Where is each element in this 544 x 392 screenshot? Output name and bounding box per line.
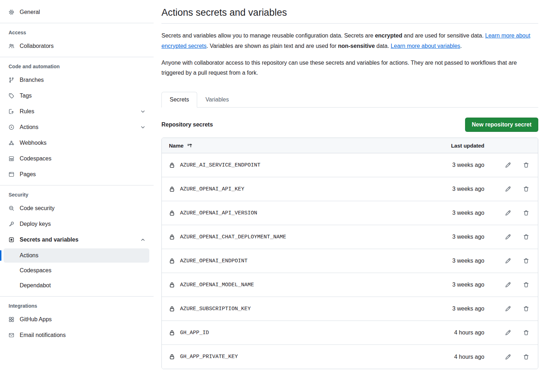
- lock-icon: [169, 330, 175, 336]
- secret-name-cell: AZURE_OPENAI_CHAT_DEPLOYMENT_NAME: [169, 234, 427, 240]
- row-actions: [484, 162, 531, 168]
- secrets-variables-tabnav: Secrets Variables: [161, 92, 538, 108]
- lock-icon: [169, 258, 175, 264]
- secret-updated: 3 weeks ago: [427, 186, 484, 192]
- sidebar-subitem-actions[interactable]: Actions: [4, 248, 149, 263]
- sidebar-subitem-dependabot[interactable]: Dependabot: [4, 278, 149, 293]
- secret-name-cell: AZURE_OPENAI_ENDPOINT: [169, 258, 427, 264]
- name-header-label: Name: [169, 143, 184, 149]
- chevron-up-icon: [140, 237, 146, 243]
- edit-secret-button[interactable]: [505, 186, 511, 192]
- chevron-down-icon: [140, 109, 146, 114]
- table-row: AZURE_SUBSCRIPTION_KEY 3 weeks ago: [162, 297, 538, 321]
- sidebar-item-collaborators[interactable]: Collaborators: [6, 39, 149, 53]
- play-icon: [9, 124, 14, 130]
- sidebar-item-deploy-keys[interactable]: Deploy keys: [6, 217, 149, 231]
- secret-updated: 3 weeks ago: [427, 210, 484, 216]
- edit-secret-button[interactable]: [505, 329, 511, 336]
- edit-secret-button[interactable]: [505, 306, 511, 312]
- lock-icon: [169, 282, 175, 288]
- lock-icon: [169, 162, 175, 168]
- row-actions: [484, 329, 531, 336]
- main-content: Actions secrets and variables Secrets an…: [161, 0, 538, 369]
- secret-updated: 4 hours ago: [427, 329, 484, 336]
- sort-ascending-icon[interactable]: [187, 143, 193, 148]
- edit-secret-button[interactable]: [505, 282, 511, 288]
- repository-secrets-heading: Repository secrets: [161, 121, 213, 128]
- row-actions: [484, 354, 531, 360]
- delete-secret-button[interactable]: [523, 354, 529, 360]
- delete-secret-button[interactable]: [523, 210, 529, 216]
- edit-secret-button[interactable]: [505, 210, 511, 216]
- table-row: AZURE_OPENAI_CHAT_DEPLOYMENT_NAME 3 week…: [162, 225, 538, 249]
- tab-secrets[interactable]: Secrets: [161, 92, 197, 108]
- secret-name: AZURE_OPENAI_API_KEY: [180, 186, 244, 192]
- sidebar-item-branches[interactable]: Branches: [6, 73, 149, 87]
- sidebar-item-rules[interactable]: Rules: [6, 104, 149, 119]
- edit-secret-button[interactable]: [505, 162, 511, 168]
- sidebar-item-label: General: [20, 9, 40, 15]
- table-row: AZURE_OPENAI_API_KEY 3 weeks ago: [162, 177, 538, 201]
- edit-secret-button[interactable]: [505, 234, 511, 240]
- sidebar-item-label: Pages: [20, 171, 36, 178]
- sidebar-item-label: Collaborators: [20, 43, 54, 49]
- divider: [0, 57, 154, 57]
- link-learn-variables[interactable]: Learn more about variables: [391, 43, 460, 49]
- sidebar-item-label: Dependabot: [20, 282, 51, 289]
- delete-secret-button[interactable]: [523, 282, 529, 288]
- section-label-integrations: Integrations: [6, 300, 149, 311]
- delete-secret-button[interactable]: [523, 234, 529, 240]
- sidebar-item-codespaces[interactable]: Codespaces: [6, 152, 149, 166]
- sidebar-item-webhooks[interactable]: Webhooks: [6, 136, 149, 150]
- spacer: [140, 93, 146, 99]
- collaborator-access-paragraph: Anyone with collaborator access to this …: [161, 58, 538, 79]
- secret-name-cell: GH_APP_ID: [169, 330, 427, 336]
- lock-icon: [169, 306, 175, 312]
- sidebar-item-label: Rules: [20, 108, 34, 115]
- secret-name: GH_APP_ID: [180, 330, 209, 336]
- sidebar-item-label: Code security: [20, 205, 55, 212]
- sidebar-item-pages[interactable]: Pages: [6, 167, 149, 182]
- lock-icon: [169, 234, 175, 240]
- table-row: AZURE_OPENAI_ENDPOINT 3 weeks ago: [162, 249, 538, 273]
- sidebar-item-general[interactable]: General: [6, 5, 149, 19]
- secrets-table: Name Last updated AZURE_AI_SERVICE_ENDPO…: [161, 138, 538, 369]
- sidebar-item-github-apps[interactable]: GitHub Apps: [6, 312, 149, 327]
- secret-name: GH_APP_PRIVATE_KEY: [180, 354, 238, 360]
- delete-secret-button[interactable]: [523, 306, 529, 312]
- new-repository-secret-button[interactable]: New repository secret: [465, 118, 538, 132]
- divider: [0, 296, 154, 297]
- lock-icon: [169, 354, 175, 360]
- section-label-security: Security: [6, 189, 149, 200]
- secret-name-cell: AZURE_OPENAI_MODEL_NAME: [169, 282, 427, 288]
- tag-icon: [9, 93, 14, 99]
- sidebar-item-code-security[interactable]: Code security: [6, 201, 149, 215]
- delete-secret-button[interactable]: [523, 258, 529, 264]
- section-label-code-automation: Code and automation: [6, 61, 149, 71]
- sidebar-item-label: Branches: [20, 77, 44, 83]
- intro-text: .: [460, 43, 462, 49]
- intro-bold-non-sensitive: non-sensitive: [338, 43, 375, 49]
- name-column-header: Name: [169, 143, 427, 149]
- edit-secret-button[interactable]: [505, 354, 511, 360]
- row-actions: [484, 210, 531, 216]
- sidebar-item-label: Actions: [20, 252, 38, 259]
- delete-secret-button[interactable]: [523, 329, 529, 336]
- intro-text: Secrets and variables allow you to manag…: [161, 33, 375, 39]
- mail-icon: [9, 332, 14, 338]
- sidebar-item-email-notifications[interactable]: Email notifications: [6, 328, 149, 342]
- edit-secret-button[interactable]: [505, 258, 511, 264]
- sidebar-item-secrets-and-variables[interactable]: Secrets and variables: [6, 233, 149, 247]
- row-actions: [484, 234, 531, 240]
- chevron-down-icon: [140, 124, 146, 130]
- last-updated-column-header: Last updated: [427, 143, 484, 149]
- sidebar-item-tags[interactable]: Tags: [6, 89, 149, 103]
- delete-secret-button[interactable]: [523, 162, 529, 168]
- delete-secret-button[interactable]: [523, 186, 529, 192]
- sidebar-item-actions[interactable]: Actions: [6, 120, 149, 134]
- sidebar-item-label: Deploy keys: [20, 221, 51, 227]
- table-row: GH_APP_PRIVATE_KEY 4 hours ago: [162, 345, 538, 369]
- tab-variables[interactable]: Variables: [197, 92, 237, 108]
- section-label-access: Access: [6, 27, 149, 38]
- sidebar-subitem-codespaces[interactable]: Codespaces: [4, 263, 149, 278]
